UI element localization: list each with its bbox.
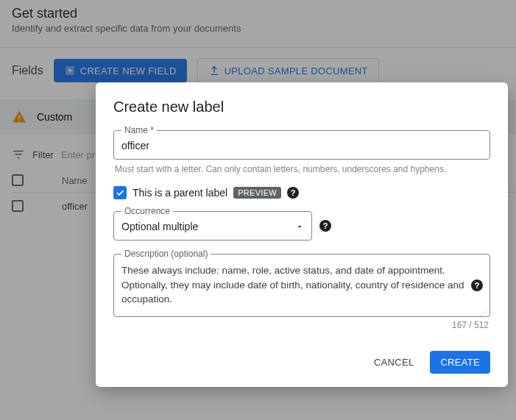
- cancel-button[interactable]: Cancel: [364, 351, 425, 374]
- name-field-wrapper: Name *: [113, 130, 490, 160]
- name-input[interactable]: [121, 140, 482, 152]
- cancel-button-label: Cancel: [374, 357, 414, 368]
- help-icon[interactable]: ?: [287, 187, 299, 199]
- parent-label-checkbox[interactable]: [113, 186, 127, 199]
- modal-title: Create new label: [113, 99, 490, 115]
- description-label: Description (optional): [121, 249, 211, 259]
- resize-handle-icon[interactable]: ⋰: [480, 310, 488, 315]
- description-counter: 167 / 512: [113, 320, 489, 330]
- create-button-label: Create: [440, 357, 480, 368]
- parent-label-text: This is a parent label: [132, 187, 227, 199]
- help-icon[interactable]: ?: [471, 280, 483, 291]
- help-icon[interactable]: ?: [319, 220, 331, 232]
- dropdown-icon: [295, 222, 304, 231]
- create-label-modal: Create new label Name * Must start with …: [96, 82, 508, 387]
- create-button[interactable]: Create: [430, 351, 490, 374]
- description-field-wrapper: Description (optional) ⋰: [113, 254, 490, 317]
- description-textarea[interactable]: [121, 263, 464, 307]
- occurrence-value: Optional multiple: [121, 221, 198, 232]
- occurrence-label: Occurrence: [121, 206, 173, 216]
- name-helper-text: Must start with a letter. Can only conta…: [115, 164, 489, 174]
- occurrence-select[interactable]: Occurrence Optional multiple: [113, 211, 312, 241]
- preview-chip: PREVIEW: [233, 187, 281, 199]
- name-field-label: Name *: [121, 125, 157, 135]
